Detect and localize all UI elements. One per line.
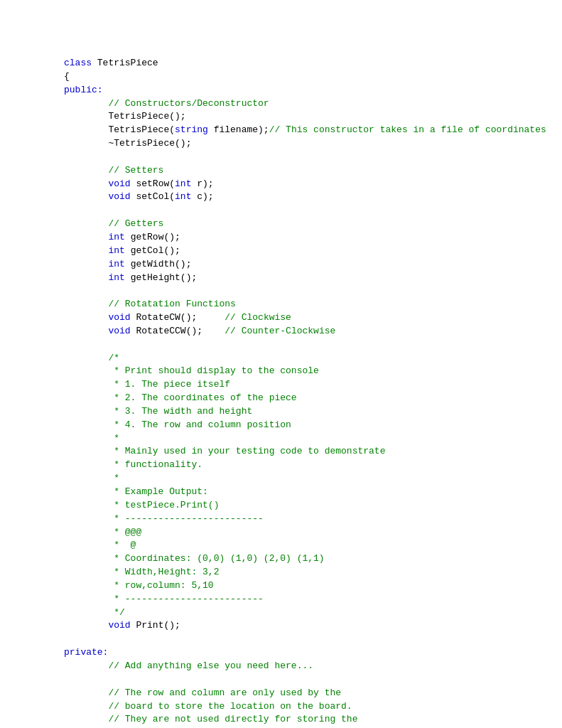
line-block-comment-7: * functionality. xyxy=(64,459,541,472)
keyword-public: public: xyxy=(64,85,103,95)
line-public: public: xyxy=(64,84,541,97)
line-block-comment-3: * 2. The coordinates of the piece xyxy=(64,392,541,405)
keyword-private: private: xyxy=(64,647,108,658)
line-block-comment-close: */ xyxy=(64,606,541,620)
line-comment-rotation: // Rotatation Functions xyxy=(64,298,541,311)
line-destructor: ~TetrisPiece(); xyxy=(64,137,541,151)
line-comment-setters: // Setters xyxy=(64,164,541,178)
line-class-declaration: class TetrisPiece xyxy=(64,57,541,70)
line-comment-row-col-1: // The row and column are only used by t… xyxy=(64,687,541,700)
line-setrow: void setRow(int r); xyxy=(64,178,541,191)
keyword-int-getwidth: int xyxy=(108,259,124,269)
keyword-void-setrow: void xyxy=(108,178,130,189)
line-constructor-default: TetrisPiece(); xyxy=(64,110,541,124)
code-container: class TetrisPiece { public: // Construct… xyxy=(0,14,562,728)
keyword-int-getcol: int xyxy=(108,245,124,256)
line-private: private: xyxy=(64,646,541,660)
line-getrow: int getRow(); xyxy=(64,231,541,245)
line-block-comment-testpiece: * testPiece.Print() xyxy=(64,499,541,513)
line-block-comment-star1: * xyxy=(64,432,541,446)
keyword-void-rotateccw: void xyxy=(108,326,130,336)
line-rotatecw: void RotateCW(); // Clockwise xyxy=(64,311,541,325)
line-block-comment-open: /* xyxy=(64,352,541,365)
keyword-void-rotatecw: void xyxy=(108,312,130,323)
line-blank-6 xyxy=(64,673,541,687)
line-block-comment-dashes1: * ------------------------- xyxy=(64,513,541,526)
line-comment-add-anything: // Add anything else you need here... xyxy=(64,660,541,673)
keyword-int-getheight: int xyxy=(108,272,124,283)
line-block-comment-star2: * xyxy=(64,472,541,486)
line-constructor-string: TetrisPiece(string filename);// This con… xyxy=(64,124,541,137)
line-comment-getters: // Getters xyxy=(64,218,541,231)
line-block-comment-5: * 4. The row and column position xyxy=(64,419,541,432)
keyword-void-setcol: void xyxy=(108,191,130,202)
line-comment-row-col-2: // board to store the location on the bo… xyxy=(64,700,541,714)
class-name: TetrisPiece xyxy=(92,58,158,68)
line-block-comment-coords: * Coordinates: (0,0) (1,0) (2,0) (1,1) xyxy=(64,552,541,566)
keyword-int-getrow: int xyxy=(108,232,124,242)
line-block-comment-rowcol: * row,column: 5,10 xyxy=(64,579,541,593)
line-getwidth: int getWidth(); xyxy=(64,258,541,272)
line-block-comment-at: * @ xyxy=(64,539,541,552)
line-open-brace: { xyxy=(64,70,541,84)
line-blank-1 xyxy=(64,151,541,164)
line-block-comment-atat: * @@@ xyxy=(64,526,541,540)
line-blank-5 xyxy=(64,633,541,646)
line-comment-constructors: // Constructors/Deconstructor xyxy=(64,97,541,111)
line-block-comment-4: * 3. The width and height xyxy=(64,405,541,419)
keyword-class: class xyxy=(64,58,92,68)
line-blank-3 xyxy=(64,284,541,298)
line-getheight: int getHeight(); xyxy=(64,272,541,285)
line-blank-4 xyxy=(64,338,541,352)
keyword-int-setcol: int xyxy=(175,191,191,202)
line-setcol: void setCol(int c); xyxy=(64,191,541,204)
line-block-comment-2: * 1. The piece itself xyxy=(64,378,541,392)
line-block-comment-dashes2: * ------------------------- xyxy=(64,593,541,606)
line-block-comment-6: * Mainly used in your testing code to de… xyxy=(64,445,541,459)
line-getcol: int getCol(); xyxy=(64,245,541,258)
keyword-void-print: void xyxy=(108,620,130,631)
line-print: void Print(); xyxy=(64,619,541,633)
line-blank-2 xyxy=(64,204,541,218)
line-block-comment-example: * Example Output: xyxy=(64,486,541,499)
keyword-string: string xyxy=(175,124,208,135)
line-rotateccw: void RotateCCW(); // Counter-Clockwise xyxy=(64,325,541,338)
line-comment-row-col-3: // They are not used directly for storin… xyxy=(64,713,541,727)
line-block-comment-1: * Print should display to the console xyxy=(64,365,541,378)
line-block-comment-widthheight: * Width,Height: 3,2 xyxy=(64,566,541,579)
keyword-int-setrow: int xyxy=(175,178,191,189)
